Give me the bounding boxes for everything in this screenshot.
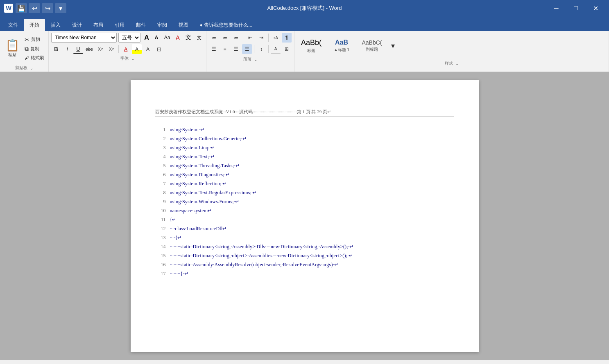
copy-button[interactable]: ⧉ 复制 — [23, 45, 46, 53]
font-shading-button[interactable]: A — [143, 44, 153, 54]
tab-mailings[interactable]: 邮件 — [130, 19, 152, 31]
style-subtitle[interactable]: AaBbC( 副标题 — [358, 33, 386, 59]
more-tools-button[interactable]: ▾ — [55, 3, 66, 13]
align-right-button[interactable]: ☰ — [231, 44, 241, 54]
align-justify-button[interactable]: ☰ — [242, 44, 252, 54]
code-line-15: 15 ········static·Dictionary<string,·obj… — [155, 251, 479, 260]
styles-expand-icon[interactable]: ⌄ — [455, 61, 459, 66]
line-code-11[interactable]: {↵ — [170, 215, 177, 224]
align-center-button[interactable]: ≡ — [220, 44, 230, 54]
separator — [118, 45, 119, 53]
line-code-16[interactable]: ········static·Assembly·AssemblyResolve(… — [170, 260, 339, 269]
line-code-15[interactable]: ········static·Dictionary<string,·object… — [170, 251, 353, 260]
redo-button[interactable]: ↪ — [42, 3, 53, 13]
line-code-9[interactable]: using·System.Windows.Forms;·↵ — [170, 197, 240, 206]
paragraph-expand-icon[interactable]: ⌄ — [254, 57, 257, 62]
bullets-button[interactable]: ≔ — [209, 33, 219, 43]
numbering-button[interactable]: ≔ — [220, 33, 230, 43]
line-number-1: 1 — [155, 125, 170, 134]
bold-button[interactable]: B — [51, 44, 61, 54]
line-code-8[interactable]: using·System.Text.RegularExpressions;·↵ — [170, 188, 257, 197]
clear-format-button[interactable]: A — [173, 33, 182, 42]
clipboard-group: 📋 粘贴 ✂ 剪切 ⧉ 复制 🖌 格式刷 剪贴板 ⌄ — [0, 31, 49, 72]
font-size-select[interactable]: 五号 — [118, 33, 140, 43]
sort-button[interactable]: ↕A — [271, 33, 281, 43]
line-code-7[interactable]: using·System.Reflection;·↵ — [170, 179, 227, 188]
line-code-10[interactable]: namespace·system↵ — [170, 206, 212, 215]
line-code-12[interactable]: ····class·LoadResourceDll↵ — [170, 224, 227, 233]
line-code-3[interactable]: using·System.Linq;·↵ — [170, 143, 215, 152]
format-painter-label: 格式刷 — [31, 55, 44, 61]
line-code-13[interactable]: ····{↵ — [170, 233, 182, 242]
paragraph-group: ≔ ≔ ≔ ⇤ ⇥ ↕A ¶ ☰ ≡ ☰ ☰ ↕ A ⊞ 段落 ⌄ — [206, 31, 294, 72]
minimize-button[interactable]: ─ — [547, 0, 566, 16]
styles-more-button[interactable]: ▾ — [388, 41, 398, 51]
tab-references[interactable]: 引用 — [109, 19, 130, 31]
line-number-11: 11 — [155, 215, 170, 224]
paste-button[interactable]: 📋 粘贴 — [2, 33, 22, 64]
tab-search[interactable]: ♦ 告诉我您想要做什么... — [194, 19, 258, 31]
font-group-label: 字体 — [120, 56, 129, 61]
text-effects-button[interactable]: 文 — [184, 33, 193, 42]
line-code-4[interactable]: using·System.Text;·↵ — [170, 152, 215, 161]
tab-view[interactable]: 视图 — [173, 19, 194, 31]
line-spacing-button[interactable]: ↕ — [256, 44, 266, 54]
line-code-2[interactable]: using·System.Collections.Generic;·↵ — [170, 134, 247, 143]
strikethrough-button[interactable]: abc — [84, 44, 94, 54]
undo-button[interactable]: ↩ — [29, 3, 40, 13]
shading-button[interactable]: A — [271, 44, 281, 54]
style-normal[interactable]: AaBb( 标题 — [297, 33, 326, 59]
line-code-6[interactable]: using·System.Diagnostics;·↵ — [170, 170, 230, 179]
tab-design[interactable]: 设计 — [66, 19, 88, 31]
line-code-1[interactable]: using·System;·↵ — [170, 125, 204, 134]
tab-layout[interactable]: 布局 — [88, 19, 109, 31]
highlight-button[interactable]: A — [132, 44, 142, 54]
code-line-8: 8 using·System.Text.RegularExpressions;·… — [155, 188, 479, 197]
document-content[interactable]: 1 using·System;·↵ 2 using·System.Collect… — [131, 121, 479, 282]
superscript-button[interactable]: X2 — [106, 44, 116, 54]
styles-group: AaBb( 标题 AaB ▲标题 1 AaBbC( 副标题 ▾ 样式 ⌄ — [294, 31, 609, 72]
tab-home[interactable]: 开始 — [24, 19, 45, 31]
change-case-button[interactable]: Aa — [163, 33, 172, 42]
ribbon: 📋 粘贴 ✂ 剪切 ⧉ 复制 🖌 格式刷 剪贴板 ⌄ — [0, 31, 609, 72]
close-button[interactable]: ✕ — [586, 0, 605, 16]
align-left-button[interactable]: ☰ — [209, 44, 219, 54]
font-shrink-button[interactable]: A — [152, 33, 161, 42]
line-code-17[interactable]: ········{·↵ — [170, 269, 188, 278]
tab-review[interactable]: 审阅 — [152, 19, 173, 31]
clipboard-group-label: 剪贴板 — [15, 65, 27, 71]
font-color-button[interactable]: A — [121, 44, 131, 54]
border-button[interactable]: ⊡ — [154, 44, 164, 54]
code-line-14: 14 ········static·Dictionary<string,·Ass… — [155, 242, 479, 251]
font-expand-icon[interactable]: ⌄ — [131, 56, 134, 61]
borders-button[interactable]: ⊞ — [282, 44, 292, 54]
subscript-button[interactable]: X2 — [95, 44, 105, 54]
font-name-select[interactable]: Times New Roman — [51, 33, 117, 43]
para-sep2 — [268, 34, 269, 42]
code-line-9: 9 using·System.Windows.Forms;·↵ — [155, 197, 479, 206]
format-painter-button[interactable]: 🖌 格式刷 — [23, 54, 46, 62]
code-line-1: 1 using·System;·↵ — [155, 125, 479, 134]
multilevel-button[interactable]: ≔ — [231, 33, 241, 43]
tab-insert[interactable]: 插入 — [45, 19, 66, 31]
font-grow-button[interactable]: A — [142, 33, 151, 42]
underline-button[interactable]: U — [73, 44, 83, 54]
document-page[interactable]: 西安苏茂著作权登记文档生成系统···V1.0····源代码···········… — [131, 80, 479, 352]
increase-indent-button[interactable]: ⇥ — [256, 33, 266, 43]
code-line-6: 6 using·System.Diagnostics;·↵ — [155, 170, 479, 179]
show-marks-button[interactable]: ¶ — [282, 33, 292, 43]
decrease-indent-button[interactable]: ⇤ — [245, 33, 255, 43]
clipboard-expand-icon[interactable]: ⌄ — [30, 66, 33, 70]
copy-icon: ⧉ — [25, 45, 29, 52]
italic-button[interactable]: I — [62, 44, 72, 54]
save-button[interactable]: 💾 — [16, 3, 27, 13]
cut-button[interactable]: ✂ 剪切 — [23, 36, 46, 44]
restore-button[interactable]: □ — [566, 0, 585, 16]
tab-file[interactable]: 文件 — [2, 19, 24, 31]
code-line-7: 7 using·System.Reflection;·↵ — [155, 179, 479, 188]
style-heading1[interactable]: AaB ▲标题 1 — [327, 33, 356, 59]
line-code-5[interactable]: using·System.Threading.Tasks;·↵ — [170, 161, 240, 170]
line-code-14[interactable]: ········static·Dictionary<string,·Assemb… — [170, 242, 354, 251]
code-line-2: 2 using·System.Collections.Generic;·↵ — [155, 134, 479, 143]
phonetic-button[interactable]: 文 — [195, 33, 204, 42]
